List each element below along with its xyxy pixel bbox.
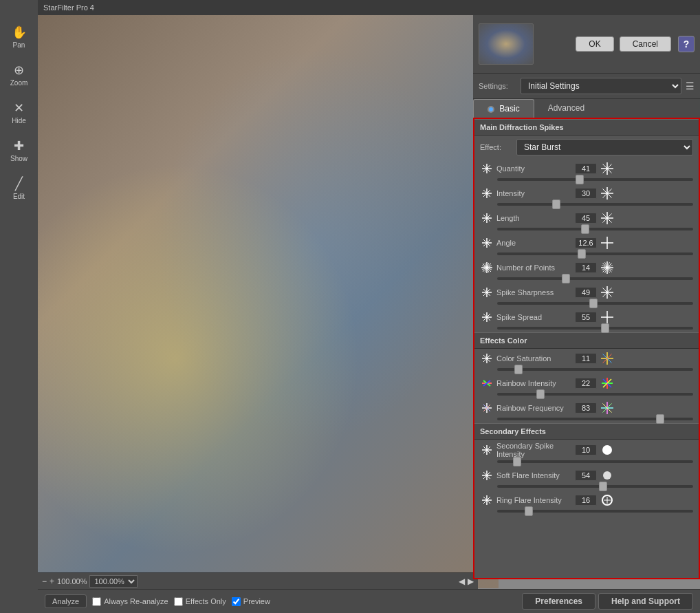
pan-tool[interactable]: ✋ Pan bbox=[3, 21, 36, 53]
length-thumb[interactable] bbox=[581, 224, 589, 234]
angle-track[interactable] bbox=[497, 252, 693, 255]
ring-flare-row: Ring Flare Intensity 16 bbox=[474, 491, 699, 509]
secondary-spike-icon bbox=[480, 443, 494, 457]
num-points-end-icon bbox=[600, 260, 615, 275]
always-reanalyze-checkbox[interactable] bbox=[92, 597, 101, 606]
ring-flare-track[interactable] bbox=[497, 510, 693, 513]
rainbow-frequency-track[interactable] bbox=[497, 418, 693, 420]
hide-tool[interactable]: ✕ Hide bbox=[3, 96, 36, 129]
length-end-icon bbox=[600, 211, 615, 226]
angle-end-icon bbox=[600, 235, 615, 250]
settings-select[interactable]: Initial Settings bbox=[521, 78, 681, 94]
intensity-thumb[interactable] bbox=[552, 200, 560, 209]
color-saturation-end-icon bbox=[600, 351, 615, 366]
color-saturation-track[interactable] bbox=[497, 368, 693, 371]
ring-flare-value[interactable]: 16 bbox=[575, 495, 597, 506]
spike-spread-track-row bbox=[474, 326, 699, 332]
rainbow-frequency-row: Rainbow Frequency 83 bbox=[474, 398, 699, 417]
length-value[interactable]: 45 bbox=[575, 213, 597, 224]
ring-flare-thumb[interactable] bbox=[525, 506, 533, 516]
soft-flare-value[interactable]: 54 bbox=[575, 470, 597, 481]
ok-button[interactable]: OK bbox=[576, 36, 613, 52]
cancel-button[interactable]: Cancel bbox=[620, 36, 671, 52]
intensity-value[interactable]: 30 bbox=[575, 188, 597, 199]
tab-basic[interactable]: Basic bbox=[473, 99, 534, 118]
color-saturation-label: Color Saturation bbox=[496, 354, 572, 363]
spike-sharpness-value[interactable]: 49 bbox=[575, 287, 597, 298]
spike-sharpness-end-icon bbox=[600, 285, 615, 300]
canvas-area[interactable] bbox=[38, 15, 499, 588]
preview-checkbox[interactable] bbox=[232, 597, 241, 606]
edit-label: Edit bbox=[13, 193, 25, 200]
hide-icon: ✕ bbox=[14, 100, 24, 116]
num-points-row: Number of Points 14 bbox=[474, 258, 699, 277]
settings-menu-icon[interactable]: ☰ bbox=[686, 80, 694, 92]
color-saturation-icon bbox=[480, 352, 494, 365]
intensity-icon bbox=[480, 186, 494, 200]
preferences-button[interactable]: Preferences bbox=[522, 593, 595, 610]
rainbow-frequency-icon bbox=[480, 401, 494, 415]
soft-flare-track-row bbox=[474, 484, 699, 491]
rainbow-frequency-value[interactable]: 83 bbox=[575, 402, 597, 413]
zoom-in-icon[interactable]: + bbox=[50, 577, 54, 586]
num-points-thumb[interactable] bbox=[562, 274, 570, 283]
zoom-tool[interactable]: ⊕ Zoom bbox=[3, 58, 36, 91]
spike-spread-value[interactable]: 55 bbox=[575, 312, 597, 323]
canvas-image bbox=[38, 15, 499, 588]
quantity-track[interactable] bbox=[497, 178, 693, 181]
ring-flare-track-row bbox=[474, 509, 699, 515]
settings-label: Settings: bbox=[479, 82, 516, 90]
spike-sharpness-thumb[interactable] bbox=[589, 299, 598, 308]
num-points-track[interactable] bbox=[497, 277, 693, 280]
soft-flare-thumb[interactable] bbox=[599, 482, 607, 491]
rainbow-intensity-value[interactable]: 22 bbox=[575, 378, 597, 389]
rainbow-frequency-thumb[interactable] bbox=[656, 414, 664, 424]
length-icon bbox=[480, 211, 494, 225]
intensity-track[interactable] bbox=[497, 203, 693, 206]
spike-spread-end-icon bbox=[600, 310, 615, 325]
tab-advanced[interactable]: Advanced bbox=[534, 99, 598, 118]
show-icon: ✚ bbox=[14, 138, 24, 153]
rainbow-frequency-track-row bbox=[474, 417, 699, 423]
effects-only-checkbox[interactable] bbox=[174, 597, 183, 606]
rainbow-intensity-thumb[interactable] bbox=[536, 389, 545, 399]
spike-spread-track[interactable] bbox=[497, 327, 693, 330]
advanced-tab-label: Advanced bbox=[548, 103, 584, 113]
analyze-button[interactable]: Analyze bbox=[45, 594, 87, 608]
secondary-spike-track[interactable] bbox=[497, 460, 693, 463]
effect-row: Effect: Star Burst bbox=[474, 136, 699, 159]
color-saturation-value[interactable]: 11 bbox=[575, 353, 597, 364]
panel-content: Main Diffraction Spikes Effect: Star Bur… bbox=[473, 119, 700, 579]
zoom-dropdown[interactable]: 100.00% 50% 200% bbox=[89, 575, 138, 588]
rainbow-intensity-track-row bbox=[474, 392, 699, 398]
quantity-thumb[interactable] bbox=[576, 175, 584, 184]
effect-select[interactable]: Star Burst bbox=[516, 139, 693, 155]
intensity-end-icon bbox=[600, 186, 615, 201]
spike-sharpness-track-row bbox=[474, 301, 699, 308]
spike-spread-thumb[interactable] bbox=[601, 323, 609, 333]
scroll-left-icon[interactable]: ◀ bbox=[459, 577, 465, 586]
num-points-value[interactable]: 14 bbox=[575, 262, 597, 273]
spike-spread-icon bbox=[480, 310, 494, 324]
length-label: Length bbox=[496, 214, 572, 222]
length-track[interactable] bbox=[497, 228, 693, 230]
soft-flare-track[interactable] bbox=[497, 485, 693, 488]
spike-sharpness-track[interactable] bbox=[497, 302, 693, 305]
soft-flare-icon bbox=[480, 469, 494, 482]
edit-tool[interactable]: ╱ Edit bbox=[3, 172, 36, 204]
rainbow-intensity-track[interactable] bbox=[497, 393, 693, 396]
effect-label: Effect: bbox=[480, 143, 511, 151]
help-support-button[interactable]: Help and Support bbox=[598, 593, 693, 610]
zoom-out-icon[interactable]: − bbox=[42, 577, 47, 586]
angle-thumb[interactable] bbox=[578, 249, 586, 259]
main-diffraction-header: Main Diffraction Spikes bbox=[474, 119, 699, 136]
show-tool[interactable]: ✚ Show bbox=[3, 134, 36, 166]
rainbow-intensity-end-icon bbox=[600, 376, 615, 391]
quantity-value[interactable]: 41 bbox=[575, 163, 597, 174]
secondary-spike-value[interactable]: 10 bbox=[575, 444, 597, 455]
secondary-spike-thumb[interactable] bbox=[513, 457, 521, 466]
rainbow-frequency-label: Rainbow Frequency bbox=[496, 404, 572, 412]
angle-value[interactable]: 12.6 bbox=[575, 237, 597, 248]
help-icon-button[interactable]: ? bbox=[678, 36, 694, 52]
color-saturation-thumb[interactable] bbox=[514, 365, 523, 374]
